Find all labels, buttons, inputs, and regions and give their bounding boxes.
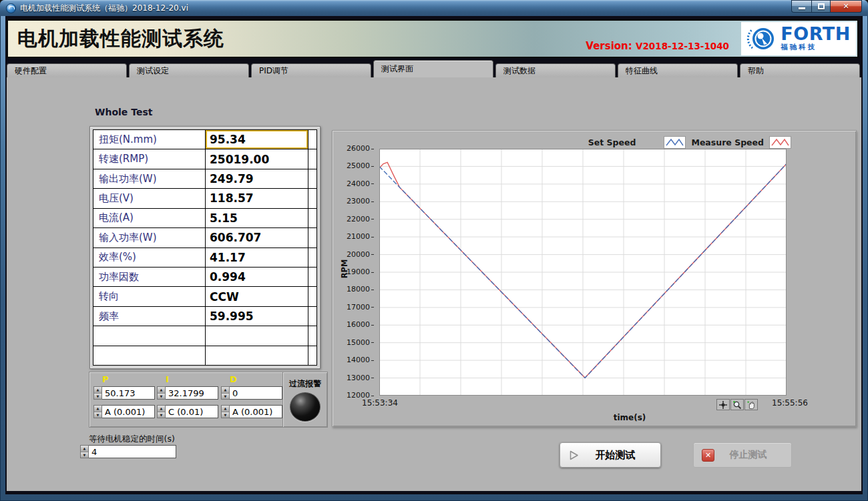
- wait-time-label: 等待电机稳定的时间(s): [89, 434, 175, 445]
- table-row: 扭矩(N.mm)95.34: [93, 130, 316, 149]
- y-axis-tick: 19000: [333, 268, 374, 276]
- pid-mode-input[interactable]: A (0.001): [102, 405, 155, 418]
- start-test-button[interactable]: 开始测试: [560, 442, 661, 468]
- tab-test-data[interactable]: 测试数据: [495, 63, 616, 77]
- increment-icon[interactable]: ▲: [222, 387, 229, 394]
- table-row-extra-cell: [308, 248, 316, 267]
- close-button[interactable]: ✕: [831, 0, 862, 13]
- chart-legend: Set Speed Measure Speed: [588, 136, 791, 149]
- legend-label: Measure Speed: [691, 137, 764, 147]
- table-row-value[interactable]: 118.57: [206, 189, 308, 207]
- alarm-led: [290, 392, 320, 422]
- table-row-extra-cell: [308, 130, 316, 149]
- table-row-value[interactable]: 25019.00: [206, 149, 308, 168]
- logo-subtext: 福驰科技: [781, 43, 851, 52]
- decrement-icon[interactable]: ▼: [222, 412, 229, 418]
- increment-icon[interactable]: ▲: [158, 387, 165, 394]
- wait-time-input[interactable]: 4: [89, 445, 176, 458]
- increment-icon[interactable]: ▲: [81, 446, 88, 452]
- tab-characteristic-curve[interactable]: 特征曲线: [618, 63, 738, 77]
- decrement-icon[interactable]: ▼: [222, 394, 229, 400]
- table-row-label: [93, 346, 206, 365]
- table-row: [93, 346, 316, 365]
- zoom-tool-button[interactable]: [730, 399, 744, 410]
- y-axis-tick: 26000: [333, 144, 374, 153]
- table-row-label: 效率(%): [93, 248, 206, 267]
- legend-label: Set Speed: [588, 137, 636, 147]
- pid-value-input[interactable]: 0: [230, 386, 282, 400]
- increment-icon[interactable]: ▲: [158, 406, 165, 412]
- plot-area[interactable]: [379, 149, 787, 396]
- pid-panel: P▲▼50.173▲▼A (0.001)I▲▼32.1799▲▼C (0.01)…: [89, 372, 328, 428]
- pid-mode-input[interactable]: A (0.001): [230, 405, 282, 418]
- table-row-value[interactable]: 95.34: [206, 130, 308, 149]
- y-axis-tick: 24000: [333, 179, 374, 188]
- table-row: 电压(V)118.57: [93, 189, 316, 208]
- increment-icon[interactable]: ▲: [222, 406, 229, 412]
- table-row: 转向CCW: [93, 287, 316, 306]
- crosshair-tool-button[interactable]: [716, 399, 730, 410]
- minimize-button[interactable]: [791, 0, 811, 13]
- magnifier-icon: [732, 400, 742, 410]
- table-row-value[interactable]: 5.15: [206, 209, 308, 227]
- measurement-table-grid: 扭矩(N.mm)95.34转速(RMP)25019.00输出功率(W)249.7…: [93, 129, 317, 366]
- y-axis-tick: 16000: [333, 320, 374, 329]
- decrement-icon[interactable]: ▼: [158, 394, 165, 400]
- stop-x-icon: ✕: [702, 449, 714, 462]
- table-row-extra-cell: [308, 189, 316, 207]
- tab-test-interface[interactable]: 测试界面: [373, 60, 493, 77]
- pid-value-stepper[interactable]: ▲▼: [221, 386, 230, 400]
- table-row-label: 扭矩(N.mm): [93, 130, 206, 149]
- table-row: 电流(A)5.15: [93, 209, 316, 228]
- table-row-extra-cell: [308, 268, 316, 286]
- app-icon: [6, 3, 16, 13]
- table-row-value[interactable]: 606.707: [206, 228, 308, 247]
- decrement-icon[interactable]: ▼: [158, 412, 165, 418]
- pid-mode-stepper[interactable]: ▲▼: [93, 405, 102, 418]
- graph-palette: [716, 399, 758, 410]
- pid-value-stepper[interactable]: ▲▼: [93, 386, 102, 400]
- decrement-icon[interactable]: ▼: [94, 412, 101, 418]
- pid-gain-label: P: [102, 374, 109, 384]
- tab-pid-tuning[interactable]: PID调节: [251, 63, 371, 77]
- titlebar[interactable]: 电机加载性能测试系统（福驰）2018-12-20.vi ✕: [0, 0, 868, 16]
- pid-value-input[interactable]: 32.1799: [166, 386, 218, 400]
- decrement-icon[interactable]: ▼: [81, 452, 88, 458]
- decrement-icon[interactable]: ▼: [94, 394, 101, 400]
- pan-tool-button[interactable]: [744, 399, 758, 410]
- table-row-value[interactable]: 249.79: [206, 169, 308, 188]
- pid-mode-stepper[interactable]: ▲▼: [221, 405, 230, 418]
- x-axis-title: time(s): [573, 413, 686, 422]
- wait-time-stepper[interactable]: ▲ ▼: [80, 445, 89, 458]
- pid-value-stepper[interactable]: ▲▼: [157, 386, 166, 400]
- pid-mode-stepper[interactable]: ▲▼: [157, 405, 166, 418]
- table-row-extra-cell: [308, 287, 316, 306]
- x-axis-start-tick: 15:53:34: [362, 398, 398, 408]
- pid-value-input[interactable]: 50.173: [102, 386, 155, 400]
- pid-gain-label: D: [230, 374, 237, 384]
- table-row-value[interactable]: 59.995: [206, 307, 308, 326]
- increment-icon[interactable]: ▲: [94, 406, 101, 412]
- table-row-value[interactable]: 0.994: [206, 268, 308, 286]
- pid-mode-input[interactable]: C (0.01): [166, 405, 218, 418]
- tab-hardware-config[interactable]: 硬件配置: [7, 63, 127, 77]
- minimize-icon: [799, 7, 805, 9]
- maximize-button[interactable]: [811, 0, 831, 13]
- table-row-value[interactable]: CCW: [206, 287, 308, 306]
- table-row: 功率因数0.994: [93, 268, 316, 287]
- table-row-label: 转速(RMP): [93, 149, 206, 168]
- table-row: 输出功率(W)249.79: [93, 169, 316, 189]
- window-title: 电机加载性能测试系统（福驰）2018-12-20.vi: [20, 3, 188, 14]
- table-row-value[interactable]: [206, 346, 308, 365]
- increment-icon[interactable]: ▲: [94, 387, 101, 394]
- tab-test-settings[interactable]: 测试设定: [129, 63, 249, 77]
- start-test-label: 开始测试: [580, 449, 651, 462]
- legend-line-icon[interactable]: [664, 136, 686, 149]
- tab-help[interactable]: 帮助: [740, 63, 860, 77]
- stop-test-button[interactable]: ✕ 停止测试: [693, 442, 792, 468]
- table-row-value[interactable]: 41.17: [206, 248, 308, 267]
- table-row-extra-cell: [308, 326, 316, 345]
- legend-line-icon[interactable]: [769, 136, 791, 149]
- table-row-value[interactable]: [206, 326, 308, 345]
- y-axis-tick: 21000: [333, 232, 374, 241]
